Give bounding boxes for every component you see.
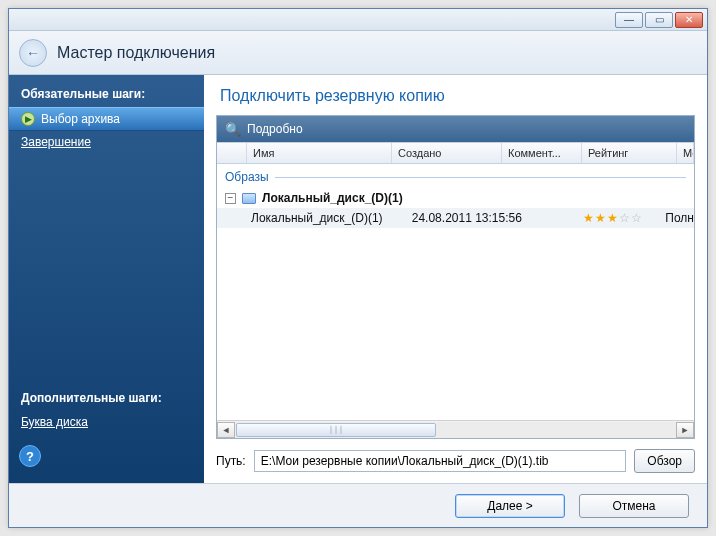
star-icon: ★	[595, 211, 606, 225]
wizard-title: Мастер подключения	[57, 44, 215, 62]
scroll-left-button[interactable]: ◄	[217, 422, 235, 438]
entry-name: Локальный_диск_(D)(1)	[251, 211, 383, 225]
back-button[interactable]: ←	[19, 39, 47, 67]
path-row: Путь: Обзор	[216, 449, 695, 473]
titlebar: — ▭ ✕	[9, 9, 707, 31]
sidebar: Обязательные шаги: ▶ Выбор архива Заверш…	[9, 75, 204, 483]
star-icon: ★	[607, 211, 618, 225]
horizontal-scrollbar[interactable]: ◄ ∣∣∣ ►	[217, 420, 694, 438]
details-panel: 🔍 Подробно Имя Создано Коммент... Рейтин…	[216, 115, 695, 439]
col-icon[interactable]	[217, 143, 247, 163]
header: ← Мастер подключения	[9, 31, 707, 75]
details-toolbar: 🔍 Подробно	[217, 116, 694, 142]
tree-collapse-toggle[interactable]: −	[225, 193, 236, 204]
group-row: Образы	[217, 164, 694, 188]
col-comment[interactable]: Коммент...	[502, 143, 582, 163]
entry-method: Полн	[665, 211, 694, 225]
sidebar-item-archive-select[interactable]: ▶ Выбор архива	[9, 107, 204, 131]
path-input[interactable]	[254, 450, 627, 472]
column-headers: Имя Создано Коммент... Рейтинг Ме	[217, 142, 694, 164]
footer: Далее > Отмена	[9, 483, 707, 527]
wizard-window: — ▭ ✕ ← Мастер подключения Обязательные …	[8, 8, 708, 528]
star-icon: ☆	[619, 211, 630, 225]
disk-icon	[242, 193, 256, 204]
tree-parent-name: Локальный_диск_(D)(1)	[262, 191, 403, 205]
path-label: Путь:	[216, 454, 246, 468]
col-rating[interactable]: Рейтинг	[582, 143, 677, 163]
close-button[interactable]: ✕	[675, 12, 703, 28]
main-pane: Подключить резервную копию 🔍 Подробно Им…	[204, 75, 707, 483]
sidebar-item-drive-letter[interactable]: Буква диска	[9, 411, 204, 433]
step-bullet-icon: ▶	[21, 112, 35, 126]
entry-date: 24.08.2011 13:15:56	[412, 211, 531, 225]
page-title: Подключить резервную копию	[204, 75, 707, 115]
group-label: Образы	[225, 170, 269, 184]
magnifier-icon: 🔍	[225, 122, 241, 137]
col-method[interactable]: Ме	[677, 143, 694, 163]
col-created[interactable]: Создано	[392, 143, 502, 163]
minimize-button[interactable]: —	[615, 12, 643, 28]
maximize-button[interactable]: ▭	[645, 12, 673, 28]
sidebar-item-label: Буква диска	[21, 415, 88, 429]
scroll-thumb[interactable]: ∣∣∣	[236, 423, 436, 437]
star-icon: ☆	[631, 211, 642, 225]
tree-parent-row[interactable]: − Локальный_диск_(D)(1)	[217, 188, 694, 208]
tree-area[interactable]: Образы − Локальный_диск_(D)(1) Локальный…	[217, 164, 694, 420]
back-arrow-icon: ←	[26, 45, 40, 61]
col-name[interactable]: Имя	[247, 143, 392, 163]
sidebar-item-label: Выбор архива	[41, 112, 120, 126]
help-button[interactable]: ?	[19, 445, 41, 467]
details-label: Подробно	[247, 122, 303, 136]
scroll-track[interactable]: ∣∣∣	[235, 422, 676, 438]
next-button[interactable]: Далее >	[455, 494, 565, 518]
tree-entry-row[interactable]: Локальный_диск_(D)(1) 24.08.2011 13:15:5…	[217, 208, 694, 228]
sidebar-required-heading: Обязательные шаги:	[9, 83, 204, 107]
scroll-right-button[interactable]: ►	[676, 422, 694, 438]
browse-button[interactable]: Обзор	[634, 449, 695, 473]
star-icon: ★	[583, 211, 594, 225]
entry-rating[interactable]: ★ ★ ★ ☆ ☆	[583, 211, 666, 225]
cancel-button[interactable]: Отмена	[579, 494, 689, 518]
sidebar-item-finish[interactable]: Завершение	[9, 131, 204, 153]
sidebar-item-label: Завершение	[21, 135, 91, 149]
sidebar-additional-heading: Дополнительные шаги:	[9, 387, 204, 411]
